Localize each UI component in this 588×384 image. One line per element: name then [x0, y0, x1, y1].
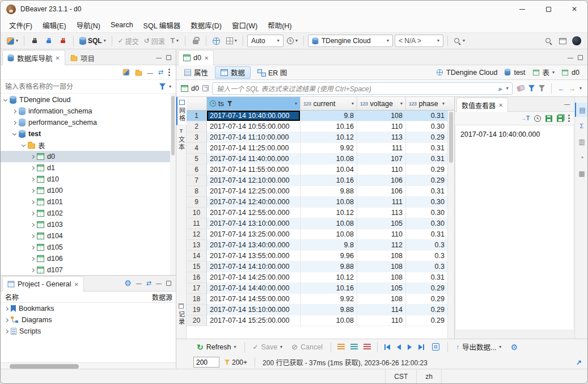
calc-panel-toggle-icon[interactable]	[575, 119, 588, 133]
row-number[interactable]: 5	[187, 154, 207, 164]
cell-current[interactable]: 9.96	[301, 251, 357, 261]
cell-voltage[interactable]: 111	[357, 197, 406, 208]
expand-arrow-icon[interactable]	[31, 177, 35, 181]
column-filter-icon[interactable]	[227, 101, 232, 106]
cell-voltage[interactable]: 114	[357, 305, 406, 315]
cell-ts[interactable]: 2017-07-14 15:10:00.000	[207, 305, 301, 315]
cell-current[interactable]: 10.08	[301, 197, 357, 208]
edit-filter-icon[interactable]	[539, 85, 545, 91]
panel-menu-icon[interactable]	[568, 117, 570, 119]
menu-item[interactable]: 帮助(H)	[263, 18, 297, 33]
timezone-indicator[interactable]: CST	[385, 369, 416, 383]
cell-current[interactable]: 10.08	[301, 315, 357, 326]
dropdown-arrow-icon[interactable]: ▾	[579, 86, 582, 91]
expand-arrow-icon[interactable]	[31, 268, 35, 272]
cell-phase[interactable]: 0.29	[406, 305, 447, 315]
column-header-phase[interactable]: 123 phase ▾	[406, 97, 447, 111]
breadcrumb-database[interactable]: test	[504, 69, 525, 77]
value-viewer-toggle-icon[interactable]	[575, 103, 588, 117]
table-filter-input[interactable]	[5, 83, 156, 91]
minimize-panel-icon[interactable]	[156, 54, 162, 61]
cell-phase[interactable]: 0.30	[406, 197, 447, 208]
cell-current[interactable]: 10.16	[301, 283, 357, 294]
cell-current[interactable]: 9.88	[301, 186, 357, 197]
menu-item[interactable]: 编辑(E)	[37, 18, 71, 33]
row-number[interactable]: 18	[187, 294, 207, 305]
tree-scrollbar[interactable]	[170, 94, 176, 275]
tab-er-diagram[interactable]: ER 图	[252, 66, 293, 79]
add-row-icon[interactable]	[337, 344, 345, 350]
column-dropdown-icon[interactable]: ▾	[442, 102, 445, 106]
focus-cell-icon[interactable]	[432, 343, 439, 351]
word-wrap-icon[interactable]	[521, 115, 530, 121]
cell-voltage[interactable]: 107	[357, 154, 406, 164]
collapse-arrow-icon[interactable]	[22, 142, 26, 146]
cell-ts[interactable]: 2017-07-14 11:25:00.000	[207, 143, 301, 154]
cell-voltage[interactable]: 110	[357, 229, 406, 240]
cell-ts[interactable]: 2017-07-14 11:55:00.000	[207, 164, 301, 175]
cell-voltage[interactable]: 105	[357, 218, 406, 229]
tab-value-viewer[interactable]: 数值查看器	[456, 98, 508, 112]
editor-tab-d0[interactable]: d0	[178, 50, 214, 65]
cell-voltage[interactable]: 106	[357, 186, 406, 197]
cell-voltage[interactable]: 108	[357, 294, 406, 305]
row-number[interactable]: 20	[187, 315, 207, 326]
tab-properties[interactable]: 属性	[179, 66, 214, 79]
previous-row-button[interactable]	[397, 344, 401, 350]
cell-voltage[interactable]: 106	[357, 175, 406, 186]
close-button[interactable]	[561, 1, 587, 18]
close-tab-icon[interactable]	[204, 54, 209, 61]
value-viewer-content[interactable]: 2017-07-14 10:40:00.000	[456, 125, 573, 330]
cell-voltage[interactable]: 110	[357, 164, 406, 175]
cell-voltage[interactable]: 108	[357, 111, 406, 121]
cell-voltage[interactable]: 113	[357, 208, 406, 218]
current-table-indicator[interactable]: d0	[181, 85, 199, 92]
tab-project-general[interactable]: Project - General	[2, 276, 84, 292]
save-button[interactable]: Save ▾	[249, 341, 286, 353]
cell-ts[interactable]: 2017-07-14 12:25:00.000	[207, 186, 301, 197]
cell-voltage[interactable]: 105	[357, 283, 406, 294]
menu-item[interactable]: SQL 编辑器	[138, 18, 186, 33]
row-number[interactable]: 10	[187, 208, 207, 218]
tree-item[interactable]: d103	[1, 219, 176, 230]
row-number[interactable]: 19	[187, 305, 207, 315]
history-back-icon[interactable]	[558, 85, 565, 92]
expand-arrow-icon[interactable]	[31, 234, 35, 238]
filter-funnel-icon[interactable]	[528, 85, 535, 91]
cell-ts[interactable]: 2017-07-14 10:55:00.000	[207, 121, 301, 132]
expand-arrow-icon[interactable]	[31, 256, 35, 260]
row-number[interactable]: 14	[187, 251, 207, 261]
cell-ts[interactable]: 2017-07-14 14:10:00.000	[207, 261, 301, 272]
connect-button[interactable]	[28, 34, 41, 48]
menu-item[interactable]: 数据库(D)	[185, 18, 227, 33]
cell-ts[interactable]: 2017-07-14 15:25:00.000	[207, 315, 301, 326]
row-number[interactable]: 15	[187, 261, 207, 272]
cell-phase[interactable]: 0.29	[406, 164, 447, 175]
menu-item[interactable]: 文件(F)	[4, 18, 37, 33]
connection-combo[interactable]: TDengine Cloud ▾	[308, 35, 393, 47]
tree-item[interactable]: d104	[1, 230, 176, 242]
maximize-button[interactable]	[535, 1, 561, 18]
delete-row-icon[interactable]	[363, 344, 371, 350]
expand-arrow-icon[interactable]	[31, 154, 35, 158]
tree-item[interactable]: d107	[1, 264, 176, 275]
dropdown-arrow-icon[interactable]: ▾	[169, 85, 171, 89]
expand-arrow-icon[interactable]	[12, 120, 16, 124]
fetch-more-button[interactable]: 200+	[225, 358, 247, 366]
language-indicator[interactable]: zh	[416, 369, 441, 383]
cell-phase[interactable]: 0.30	[406, 218, 447, 229]
column-name-header[interactable]: 名称	[1, 292, 152, 302]
breadcrumb-tables[interactable]: 表 ▾	[532, 67, 555, 78]
cell-phase[interactable]: 0.3	[406, 261, 447, 272]
transaction-history-button[interactable]: ▾	[285, 34, 299, 48]
cell-phase[interactable]: 0.3	[406, 240, 447, 251]
tree-item[interactable]: d102	[1, 208, 176, 219]
apply-filter-icon[interactable]	[498, 85, 502, 92]
cell-voltage[interactable]: 108	[357, 272, 406, 283]
tree-item[interactable]: d106	[1, 253, 176, 264]
cell-phase[interactable]: 0.31	[406, 154, 447, 164]
panel-menu-icon[interactable]	[168, 71, 170, 73]
tree-item[interactable]: d0	[1, 151, 176, 162]
expand-arrow-icon[interactable]	[31, 211, 35, 215]
collapse-all-icon[interactable]	[136, 280, 142, 286]
